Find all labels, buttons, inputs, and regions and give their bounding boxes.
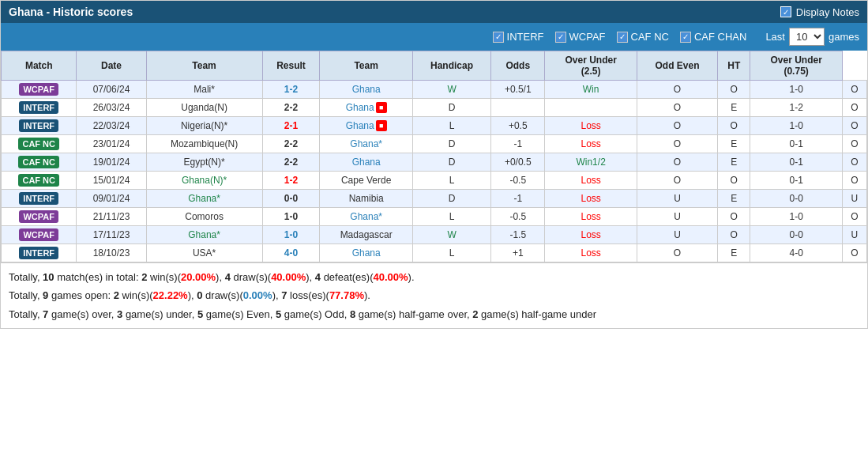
filter-wcpaf: ✓ WCPAF <box>555 31 606 43</box>
odds-outcome <box>545 99 637 117</box>
interf-checkbox[interactable]: ✓ <box>493 32 504 43</box>
match-badge: CAF NC <box>18 174 59 187</box>
match-badge: CAF NC <box>18 156 59 168</box>
filter-cafchan: ✓ CAF CHAN <box>680 31 746 43</box>
odds-outcome: Win <box>545 81 637 99</box>
odds-outcome: Loss <box>545 244 637 262</box>
match-date: 26/03/24 <box>77 99 146 117</box>
over-under-075: O <box>842 117 866 135</box>
col-handicap: Handicap <box>412 51 490 81</box>
odd-even: O <box>718 208 750 226</box>
interf-label: INTERF <box>507 31 544 43</box>
team2-name: Cape Verde <box>320 172 413 190</box>
display-notes-label: Display Notes <box>796 6 859 18</box>
ht-score: 1-2 <box>750 99 843 117</box>
team2-icon: ■ <box>376 102 387 113</box>
match-badge: INTERF <box>19 247 58 259</box>
odds-outcome: Loss <box>545 135 637 153</box>
match-badge: WCPAF <box>19 83 58 96</box>
over-under-075: O <box>842 81 866 99</box>
display-notes-checkbox[interactable]: ✓ <box>780 6 791 17</box>
col-result: Result <box>262 51 320 81</box>
display-notes-group: ✓ Display Notes <box>780 6 859 18</box>
team2-name: Ghana <box>320 81 413 99</box>
team1-name: Ghana* <box>146 226 262 244</box>
over-under-075: O <box>842 135 866 153</box>
team1-name: Mali* <box>146 81 262 99</box>
odd-even: O <box>718 117 750 135</box>
over-under-075: O <box>842 172 866 190</box>
over-under-25: O <box>637 244 717 262</box>
table-row: WCPAF17/11/23Ghana*1-0MadagascarW-1.5Los… <box>2 226 867 244</box>
wdl-indicator: D <box>412 190 490 208</box>
match-result: 1-2 <box>262 172 320 190</box>
col-ou25: Over Under(2.5) <box>545 51 637 81</box>
match-badge-cell: INTERF <box>2 244 77 262</box>
page-title: Ghana - Historic scores <box>9 6 133 18</box>
match-date: 07/06/24 <box>77 81 146 99</box>
team1-name: Mozambique(N) <box>146 135 262 153</box>
over-under-25: U <box>637 226 717 244</box>
col-ou075: Over Under(0.75) <box>750 51 843 81</box>
last-label: Last <box>765 31 785 43</box>
col-date: Date <box>77 51 146 81</box>
over-under-25: O <box>637 99 717 117</box>
match-badge-cell: INTERF <box>2 117 77 135</box>
match-date: 21/11/23 <box>77 208 146 226</box>
team1-name: Uganda(N) <box>146 99 262 117</box>
over-under-25: O <box>637 117 717 135</box>
over-under-075: O <box>842 153 866 172</box>
table-row: INTERF22/03/24Nigeria(N)*2-1Ghana■L+0.5L… <box>2 117 867 135</box>
over-under-25: O <box>637 153 717 172</box>
filter-cafnc: ✓ CAF NC <box>617 31 669 43</box>
wdl-indicator: L <box>412 208 490 226</box>
table-row: CAF NC19/01/24Egypt(N)*2-2GhanaD+0/0.5Wi… <box>2 153 867 172</box>
odd-even: E <box>718 135 750 153</box>
odds-outcome: Loss <box>545 172 637 190</box>
filter-bar: ✓ INTERF ✓ WCPAF ✓ CAF NC ✓ CAF CHAN Las… <box>1 23 867 51</box>
team1-name: USA* <box>146 244 262 262</box>
match-badge: INTERF <box>19 119 58 132</box>
odd-even: E <box>718 153 750 172</box>
over-under-075: U <box>842 226 866 244</box>
games-select[interactable]: 5 10 15 20 All <box>789 28 825 46</box>
odds-outcome: Loss <box>545 190 637 208</box>
odd-even: E <box>718 99 750 117</box>
ht-score: 0-0 <box>750 190 843 208</box>
wdl-indicator: W <box>412 81 490 99</box>
match-badge: INTERF <box>19 101 58 114</box>
team2-name: Ghana* <box>320 135 413 153</box>
handicap-value: -1 <box>491 135 545 153</box>
match-result: 1-0 <box>262 226 320 244</box>
match-date: 23/01/24 <box>77 135 146 153</box>
table-row: INTERF26/03/24Uganda(N)2-2Ghana■DOE1-2O <box>2 99 867 117</box>
last-games-group: Last 5 10 15 20 All games <box>765 28 859 46</box>
cafchan-checkbox[interactable]: ✓ <box>680 32 691 43</box>
table-row: CAF NC23/01/24Mozambique(N)2-2Ghana*D-1L… <box>2 135 867 153</box>
ht-score: 4-0 <box>750 244 843 262</box>
table-row: WCPAF07/06/24Mali*1-2GhanaW+0.5/1WinOO1-… <box>2 81 867 99</box>
ht-score: 0-0 <box>750 226 843 244</box>
match-date: 19/01/24 <box>77 153 146 172</box>
over-under-25: O <box>637 135 717 153</box>
ht-score: 0-1 <box>750 153 843 172</box>
handicap-value: +0.5 <box>491 117 545 135</box>
match-result: 1-0 <box>262 208 320 226</box>
ht-score: 0-1 <box>750 135 843 153</box>
team2-icon: ■ <box>376 120 387 131</box>
match-badge: WCPAF <box>19 228 58 241</box>
match-result: 2-2 <box>262 153 320 172</box>
wdl-indicator: W <box>412 226 490 244</box>
ht-score: 1-0 <box>750 208 843 226</box>
team1-name: Nigeria(N)* <box>146 117 262 135</box>
col-team2: Team <box>320 51 413 81</box>
cafnc-label: CAF NC <box>631 31 669 43</box>
odd-even: O <box>718 81 750 99</box>
summary-line2: Totally, 9 games open: 2 win(s)(22.22%),… <box>9 286 859 304</box>
match-badge-cell: CAF NC <box>2 153 77 172</box>
handicap-value: -1 <box>491 190 545 208</box>
handicap-value: -1.5 <box>491 226 545 244</box>
cafnc-checkbox[interactable]: ✓ <box>617 32 628 43</box>
match-badge: WCPAF <box>19 210 58 223</box>
wcpaf-checkbox[interactable]: ✓ <box>555 32 566 43</box>
